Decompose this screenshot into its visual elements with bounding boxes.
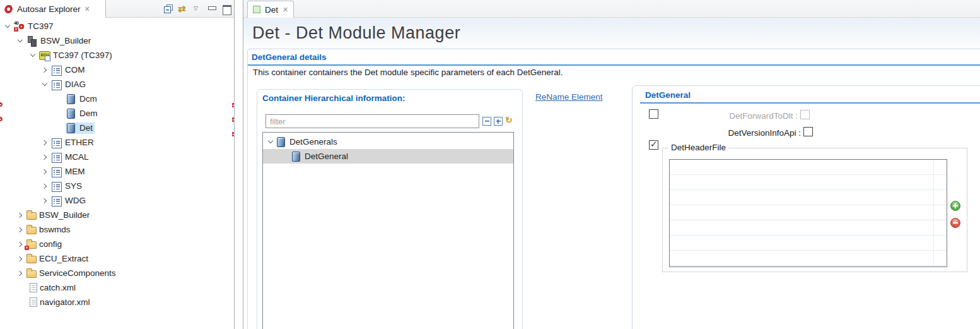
module-list-icon <box>51 167 62 177</box>
refresh-icon[interactable] <box>505 115 515 125</box>
module-list-icon <box>51 196 62 206</box>
tab-autosar-explorer[interactable]: Autosar Explorer ✕ <box>0 0 106 18</box>
editor-tabbar: Det ✕ <box>243 0 980 18</box>
tree-row[interactable]: COM <box>0 63 234 77</box>
tree-row[interactable]: SYS <box>0 179 234 193</box>
det-forward-to-dlt-checkbox <box>800 110 810 119</box>
xml-file-icon <box>30 283 37 292</box>
editor-file-icon <box>253 6 260 13</box>
tree-item-label: bswmds <box>39 225 71 234</box>
table-row[interactable] <box>670 190 947 205</box>
xml-file-icon <box>30 297 37 307</box>
tree-row[interactable]: MCAL <box>0 150 234 164</box>
chevron-right-icon[interactable] <box>40 152 50 162</box>
tree-row[interactable]: navigator.xml <box>0 295 234 309</box>
expand-all-icon[interactable] <box>494 117 503 126</box>
detgeneral-title: DetGeneral <box>645 90 691 100</box>
tree-item-label: TC397 (TC397) <box>53 51 112 60</box>
minimize-icon[interactable] <box>207 4 217 14</box>
tree-row[interactable]: WDG <box>0 193 234 208</box>
tree-row[interactable]: TC397 (TC397) <box>0 48 234 63</box>
tree-item-label: MCAL <box>65 152 89 162</box>
view-menu-icon[interactable] <box>192 4 202 14</box>
tree-item-label: MEM <box>65 167 85 176</box>
chevron-right-icon[interactable] <box>15 225 25 235</box>
autosar-explorer-view: Autosar Explorer ✕ TC397BSW_BuilderTC397… <box>0 0 235 329</box>
det-header-file-checkbox[interactable] <box>649 140 658 150</box>
tree-row[interactable]: TC397 <box>0 19 234 33</box>
tree-row[interactable]: Det <box>0 121 234 135</box>
tree-row[interactable]: ServiceComponents <box>0 266 234 280</box>
table-row[interactable] <box>670 205 947 220</box>
container-hierarchy-title: Container Hierarchical information: <box>262 93 405 103</box>
tree-row[interactable]: DetGeneral <box>263 149 513 164</box>
chevron-right-icon[interactable] <box>15 239 25 249</box>
add-button[interactable] <box>950 201 960 211</box>
collapse-all-icon[interactable] <box>163 4 173 14</box>
tree-row[interactable]: bswmds <box>0 222 234 237</box>
tree-item-label: ECU_Extract <box>39 254 88 263</box>
chevron-right-icon[interactable] <box>15 268 25 278</box>
table-row[interactable] <box>670 220 947 236</box>
detgeneral-details-section: DetGeneral details This container contai… <box>247 49 980 329</box>
chevron-down-icon[interactable] <box>40 80 50 90</box>
det-header-file-table[interactable] <box>669 159 947 267</box>
tree-item-label: DIAG <box>65 80 86 89</box>
tree-row[interactable]: ECU_Extract <box>0 251 234 266</box>
table-row[interactable] <box>670 236 947 251</box>
close-icon[interactable]: ✕ <box>85 5 90 13</box>
tree-row[interactable]: DetGenerals <box>263 135 513 149</box>
det-header-file-fieldset: DetHeaderFile <box>662 148 967 272</box>
tree-row[interactable]: config <box>0 237 234 251</box>
chevron-down-icon[interactable] <box>3 21 13 32</box>
filter-input[interactable] <box>265 114 479 128</box>
chevron-right-icon[interactable] <box>15 254 25 264</box>
det-module-icon <box>67 123 75 133</box>
maximize-icon[interactable] <box>221 4 231 14</box>
tree-row[interactable]: MEM <box>0 164 234 179</box>
chevron-down-icon[interactable] <box>28 51 38 61</box>
tree-item-label: DetGeneral <box>305 152 348 161</box>
tree-row[interactable]: DIAG <box>0 77 234 92</box>
autosar-project-icon <box>14 21 25 32</box>
tree-row[interactable]: BSW_Builder <box>0 33 234 48</box>
chevron-down-icon[interactable] <box>265 137 276 147</box>
collapse-all-icon[interactable] <box>482 117 491 126</box>
editor-tab-label: Det <box>265 5 278 15</box>
tree-item-label: ServiceComponents <box>39 268 116 278</box>
section-description: This container containers the Det module… <box>253 68 563 77</box>
chevron-right-icon[interactable] <box>40 138 50 148</box>
table-row[interactable] <box>670 160 947 175</box>
det-header-file-legend: DetHeaderFile <box>668 143 728 152</box>
tab-det-editor[interactable]: Det ✕ <box>247 1 294 18</box>
chevron-down-icon[interactable] <box>15 36 25 46</box>
tree-row[interactable]: Dem <box>0 106 234 121</box>
chevron-right-icon[interactable] <box>40 181 50 191</box>
tree-row[interactable]: ETHER <box>0 135 234 150</box>
tree-row[interactable]: BSW_Builder <box>0 208 234 222</box>
det-version-info-api-checkbox[interactable] <box>803 127 813 136</box>
chevron-right-icon[interactable] <box>40 196 50 206</box>
view-toolbar <box>163 0 231 18</box>
link-with-editor-icon[interactable] <box>178 4 188 14</box>
ecu-icon <box>39 51 50 61</box>
table-row[interactable] <box>670 175 947 190</box>
chevron-right-icon[interactable] <box>40 167 50 177</box>
chevron-right-icon[interactable] <box>40 65 50 75</box>
rename-element-link[interactable]: ReName Element <box>535 92 603 102</box>
form-title-band: Det - Det Module Manager <box>243 18 980 49</box>
project-tree: TC397BSW_BuilderTC397 (TC397)COMDIAGDcmD… <box>0 18 234 329</box>
remove-button[interactable] <box>950 218 960 228</box>
diag-module-icon <box>67 94 75 104</box>
module-list-icon <box>51 138 62 148</box>
chevron-right-icon[interactable] <box>15 210 25 220</box>
table-row[interactable] <box>670 251 947 266</box>
folder-icon <box>26 256 37 263</box>
page-title: Det - Det Module Manager <box>252 23 460 43</box>
container-icon <box>277 137 285 147</box>
tree-row[interactable]: catch.xml <box>0 280 234 295</box>
view-tab-label: Autosar Explorer <box>17 4 81 14</box>
detgeneral-group: DetGeneral DetForwardToDlt : DetVersionI… <box>632 85 980 329</box>
close-icon[interactable]: ✕ <box>283 6 288 13</box>
tree-row[interactable]: Dcm <box>0 92 234 106</box>
